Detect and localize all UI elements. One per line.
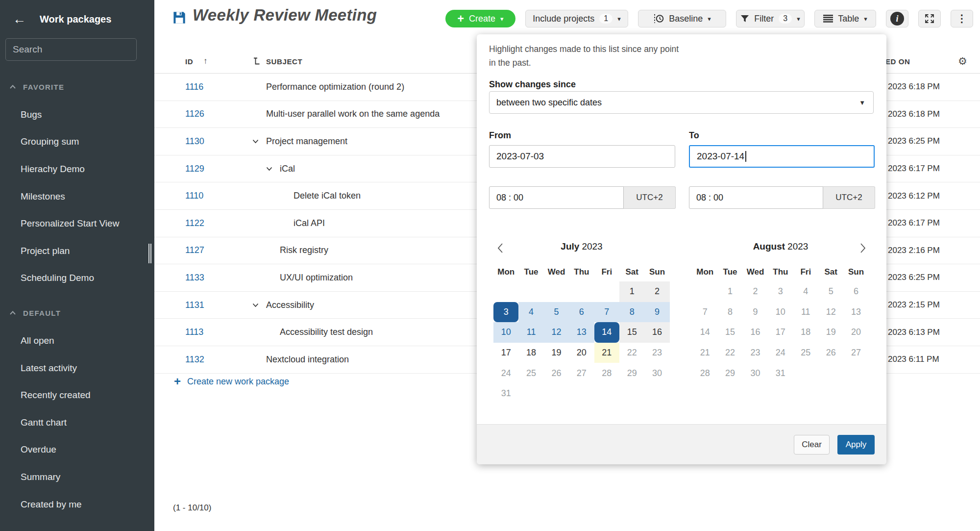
- work-package-id-link[interactable]: 1133: [185, 273, 204, 283]
- hierarchy-icon: [253, 57, 261, 65]
- page-title: Weekly Review Meeting: [193, 6, 377, 25]
- chevron-down-icon[interactable]: [252, 303, 266, 307]
- to-time-input[interactable]: 08 : 00: [689, 186, 823, 209]
- sidebar-item[interactable]: Grouping sum: [0, 128, 154, 156]
- calendar-day[interactable]: 8: [619, 302, 644, 323]
- calendar-day[interactable]: 6: [569, 302, 594, 323]
- view-mode-button[interactable]: Table ▾: [814, 10, 876, 27]
- calendar-day[interactable]: 18: [518, 343, 543, 363]
- column-header-updated-on[interactable]: ED ON: [885, 57, 910, 65]
- calendar-day: 29: [717, 363, 742, 383]
- calendar-day: 31: [493, 383, 518, 404]
- fullscreen-button[interactable]: [918, 10, 941, 27]
- calendar-day[interactable]: 12: [544, 322, 569, 343]
- calendar-day: 16: [743, 322, 768, 343]
- more-menu-button[interactable]: ⋮: [951, 10, 973, 27]
- work-package-id-link[interactable]: 1122: [185, 218, 204, 228]
- chevron-down-icon: ▾: [617, 15, 621, 23]
- calendar-day[interactable]: 13: [569, 322, 594, 343]
- calendar-day[interactable]: 1: [619, 281, 644, 302]
- baseline-button[interactable]: Baseline ▾: [638, 10, 726, 27]
- calendar-day[interactable]: 19: [544, 343, 569, 363]
- sidebar-section-header[interactable]: FAVORITE: [0, 78, 154, 95]
- work-package-id-link[interactable]: 1127: [185, 245, 204, 255]
- calendar-day: 19: [818, 322, 843, 343]
- sidebar-item[interactable]: Gantt chart: [0, 409, 154, 436]
- column-header-subject[interactable]: SUBJECT: [266, 57, 302, 65]
- work-package-id-link[interactable]: 1129: [185, 164, 204, 174]
- include-projects-button[interactable]: Include projects 1 ▾: [525, 10, 628, 27]
- sidebar-item[interactable]: Summary: [0, 463, 154, 491]
- calendar-day[interactable]: 5: [544, 302, 569, 323]
- calendar-day[interactable]: 7: [594, 302, 619, 323]
- calendar-day[interactable]: 4: [518, 302, 543, 323]
- sidebar-item[interactable]: Hierachy Demo: [0, 155, 154, 183]
- sidebar-item-label: Summary: [21, 472, 60, 482]
- calendar-empty-cell: [569, 281, 594, 302]
- filter-button[interactable]: Filter 3 ▾: [736, 10, 805, 27]
- sidebar-item[interactable]: Personalized Start View: [0, 210, 154, 237]
- info-button[interactable]: i: [886, 10, 908, 27]
- from-date-input[interactable]: 2023-07-03: [489, 145, 675, 168]
- table-settings-gear-icon[interactable]: ⚙: [958, 55, 967, 67]
- calendar-day: 22: [619, 343, 644, 363]
- calendar-day[interactable]: 15: [619, 322, 644, 343]
- sidebar-item[interactable]: Overdue: [0, 436, 154, 464]
- work-package-id-link[interactable]: 1116: [185, 82, 203, 92]
- calendar-day[interactable]: 14: [594, 322, 619, 343]
- work-package-id-link[interactable]: 1113: [185, 327, 203, 337]
- calendar-day[interactable]: 17: [493, 343, 518, 363]
- sidebar-item[interactable]: Bugs: [0, 101, 154, 128]
- save-icon[interactable]: [172, 11, 186, 25]
- sidebar-item[interactable]: Scheduling Demo: [0, 265, 154, 292]
- search-input[interactable]: [13, 44, 133, 55]
- calendar-day[interactable]: 9: [644, 302, 669, 323]
- sidebar-item[interactable]: Latest activity: [0, 354, 154, 382]
- calendar-empty-cell: [594, 281, 619, 302]
- calendar-day[interactable]: 16: [644, 322, 669, 343]
- apply-button[interactable]: Apply: [837, 435, 875, 455]
- back-arrow-icon[interactable]: ←: [13, 13, 26, 26]
- calendar-day: 12: [818, 302, 843, 323]
- sidebar-item[interactable]: Project plan: [0, 237, 154, 265]
- from-time-input[interactable]: 08 : 00: [489, 186, 624, 209]
- sidebar-section-label: FAVORITE: [23, 83, 64, 91]
- changes-mode-select[interactable]: between two specific dates ▼: [489, 91, 874, 114]
- work-package-id-link[interactable]: 1126: [185, 109, 204, 119]
- work-package-id-link[interactable]: 1131: [185, 300, 204, 310]
- updated-on-value: 2023 2:16 PM: [888, 246, 940, 255]
- to-date-input[interactable]: 2023-07-14: [689, 145, 875, 168]
- create-work-package-link[interactable]: + Create new work package: [174, 376, 289, 387]
- sidebar-item[interactable]: Recently created: [0, 381, 154, 409]
- calendar-day[interactable]: 3: [493, 302, 518, 323]
- to-timezone-button[interactable]: UTC+2: [823, 186, 875, 209]
- calendar-day[interactable]: 2: [644, 281, 669, 302]
- create-button[interactable]: + Create ▾: [445, 10, 515, 27]
- work-package-id-link[interactable]: 1130: [185, 136, 204, 147]
- clear-button[interactable]: Clear: [794, 435, 830, 455]
- calendar-day[interactable]: 11: [518, 322, 543, 343]
- weekday-label: Sat: [619, 263, 644, 281]
- sidebar-item[interactable]: Milestones: [0, 183, 154, 210]
- sidebar-item-label: Bugs: [21, 109, 42, 120]
- from-timezone-button[interactable]: UTC+2: [624, 186, 676, 209]
- chevron-down-icon[interactable]: [266, 167, 280, 171]
- sidebar-item-label: Latest activity: [21, 363, 77, 374]
- sidebar-resize-handle[interactable]: [148, 244, 151, 263]
- sidebar-search[interactable]: [5, 38, 137, 61]
- column-header-id[interactable]: ID: [185, 57, 193, 65]
- sidebar-section-label: DEFAULT: [23, 309, 61, 317]
- sidebar-item-label: Scheduling Demo: [21, 273, 94, 283]
- work-package-id-link[interactable]: 1132: [185, 354, 204, 365]
- calendar-day[interactable]: 20: [569, 343, 594, 363]
- calendar-day[interactable]: 10: [493, 322, 518, 343]
- sidebar-item[interactable]: Created by me: [0, 491, 154, 518]
- chevron-down-icon[interactable]: [252, 139, 266, 144]
- calendar-day[interactable]: 21: [594, 343, 619, 363]
- sidebar-section-header[interactable]: DEFAULT: [0, 304, 154, 321]
- calendar-day: 26: [818, 343, 843, 363]
- sidebar-item[interactable]: All open: [0, 327, 154, 354]
- sort-ascending-icon[interactable]: ↑: [203, 56, 208, 66]
- calendar-day: 3: [768, 281, 793, 302]
- work-package-id-link[interactable]: 1110: [185, 191, 203, 201]
